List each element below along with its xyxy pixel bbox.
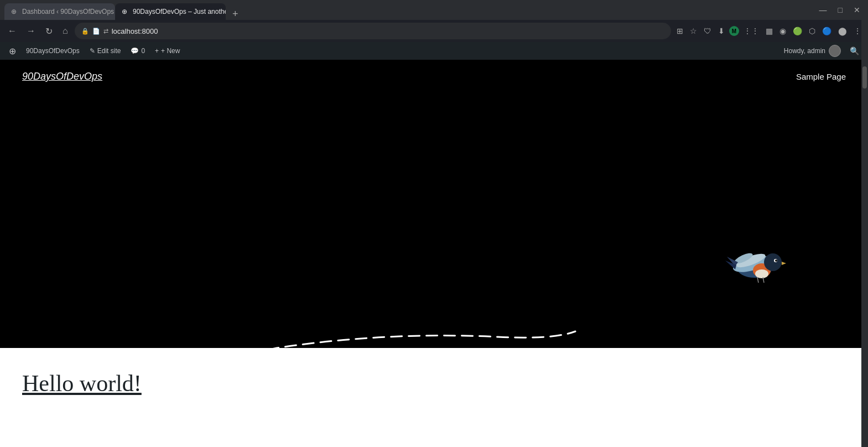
window-controls: — □ ✕ (816, 4, 864, 15)
minimize-button[interactable]: — (816, 4, 830, 15)
wp-comments-item[interactable]: 💬 0 (126, 42, 149, 60)
ext4-icon[interactable]: 🟢 (791, 24, 804, 38)
shield-icon[interactable]: 🛡 (701, 24, 714, 38)
tab-label-1: Dashboard ‹ 90DaysOfDevOps — W... (22, 8, 115, 15)
security-icon: 🔒 (81, 28, 89, 35)
svg-point-8 (775, 259, 777, 262)
wp-comments-label: 0 (141, 47, 145, 55)
comments-icon: 💬 (131, 47, 139, 55)
wp-admin-bar: ⊕ 90DaysOfDevOps ✎ Edit site 💬 0 + + New… (0, 42, 868, 60)
browser-tabs: ⊕ Dashboard ‹ 90DaysOfDevOps — W... ✕ ⊕ … (4, 0, 812, 20)
browser-tab-2[interactable]: ⊕ 90DaysOfDevOps – Just another Wo... ✕ (115, 3, 226, 20)
bookmark-icon[interactable]: ☆ (688, 24, 699, 38)
wp-site-name-label: 90DaysOfDevOps (26, 47, 80, 55)
wp-edit-site-label: Edit site (97, 47, 121, 55)
home-button[interactable]: ⌂ (59, 24, 71, 38)
plus-icon: + (155, 47, 159, 55)
refresh-button[interactable]: ↻ (42, 24, 56, 39)
tab-favicon-2: ⊕ (122, 8, 129, 15)
edit-icon: ✎ (90, 47, 95, 55)
post-title: Hello world! (22, 370, 846, 397)
bird-illustration (724, 237, 791, 298)
wp-edit-site-item[interactable]: ✎ Edit site (85, 42, 126, 60)
ext5-icon[interactable]: ⬡ (807, 24, 818, 38)
address-bar-container[interactable]: 🔒 📄 ⇄ (75, 23, 671, 39)
content-section: Hello world! (0, 348, 868, 419)
hero-section (0, 93, 868, 348)
wp-howdy-section[interactable]: Howdy, admin (779, 45, 845, 57)
site-nav: Sample Page (796, 72, 846, 82)
ext3-icon[interactable]: ◉ (777, 24, 788, 38)
admin-avatar (829, 45, 841, 57)
ext2-icon[interactable]: ▦ (763, 24, 775, 38)
back-button[interactable]: ← (4, 24, 20, 38)
tab-favicon-1: ⊕ (11, 8, 19, 15)
wp-logo-item[interactable]: ⊕ (4, 42, 20, 60)
ext6-icon[interactable]: 🔵 (820, 24, 834, 38)
wp-new-label: + New (161, 47, 180, 55)
scrollbar[interactable] (861, 0, 868, 419)
browser-chrome: ⊕ Dashboard ‹ 90DaysOfDevOps — W... ✕ ⊕ … (0, 0, 868, 42)
browser-navbar: ← → ↻ ⌂ 🔒 📄 ⇄ ⊞ ☆ 🛡 ⬇ M ⋮⋮ ▦ ◉ 🟢 ⬡ 🔵 ⬤ ⋮ (0, 20, 868, 42)
flight-path-svg (0, 93, 868, 348)
bird-svg (724, 237, 791, 293)
wp-admin-right: Howdy, admin 🔍 (779, 45, 864, 57)
ext7-icon[interactable]: ⬤ (836, 24, 849, 38)
site-title-link[interactable]: 90DaysOfDevOps (22, 71, 102, 82)
m-icon[interactable]: M (729, 26, 739, 36)
wp-new-item[interactable]: + + New (150, 42, 184, 60)
download-icon[interactable]: ⬇ (716, 24, 727, 38)
sample-page-link[interactable]: Sample Page (796, 72, 846, 81)
maximize-button[interactable]: □ (835, 4, 846, 15)
tab-label-2: 90DaysOfDevOps – Just another Wo... (133, 8, 226, 15)
browser-tab-1[interactable]: ⊕ Dashboard ‹ 90DaysOfDevOps — W... ✕ (4, 3, 115, 20)
doc-icon: 📄 (92, 28, 100, 35)
nav-icons-right: ⊞ ☆ 🛡 ⬇ M ⋮⋮ ▦ ◉ 🟢 ⬡ 🔵 ⬤ ⋮ (674, 24, 864, 38)
svg-point-5 (755, 269, 768, 278)
svg-marker-9 (782, 262, 786, 265)
svg-line-12 (757, 277, 758, 283)
site-header: 90DaysOfDevOps Sample Page (0, 60, 868, 93)
forward-button[interactable]: → (23, 24, 39, 38)
wp-site-name-item[interactable]: 90DaysOfDevOps (22, 42, 84, 60)
wp-howdy-text: Howdy, admin (784, 47, 825, 55)
svg-point-6 (764, 253, 782, 271)
browser-titlebar: ⊕ Dashboard ‹ 90DaysOfDevOps — W... ✕ ⊕ … (0, 0, 868, 20)
new-tab-button[interactable]: + (228, 8, 243, 20)
extensions-icon[interactable]: ⋮⋮ (741, 24, 761, 38)
wordpress-logo-icon: ⊕ (9, 46, 16, 56)
connection-icon: ⇄ (103, 28, 108, 35)
grid-icon[interactable]: ⊞ (674, 24, 685, 38)
address-input[interactable] (112, 27, 664, 35)
scrollbar-thumb[interactable] (862, 66, 867, 89)
